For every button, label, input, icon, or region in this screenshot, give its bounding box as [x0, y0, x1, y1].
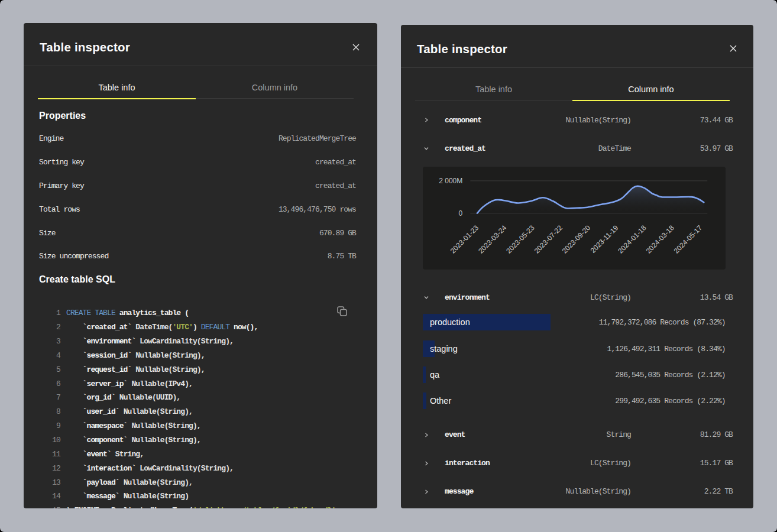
svg-text:2023-05-23: 2023-05-23 — [504, 223, 536, 255]
svg-text:2024-01-18: 2024-01-18 — [616, 223, 648, 255]
svg-text:2 000M: 2 000M — [439, 177, 462, 185]
svg-text:2023-03-24: 2023-03-24 — [477, 223, 509, 255]
svg-text:2023-01-23: 2023-01-23 — [448, 223, 480, 255]
svg-text:2023-07-22: 2023-07-22 — [532, 223, 564, 255]
svg-text:2024-03-18: 2024-03-18 — [644, 223, 676, 255]
svg-text:2023-09-20: 2023-09-20 — [560, 223, 592, 255]
svg-text:2023-11-19: 2023-11-19 — [588, 223, 620, 255]
svg-text:2024-05-17: 2024-05-17 — [672, 223, 704, 255]
svg-text:0: 0 — [458, 209, 462, 218]
